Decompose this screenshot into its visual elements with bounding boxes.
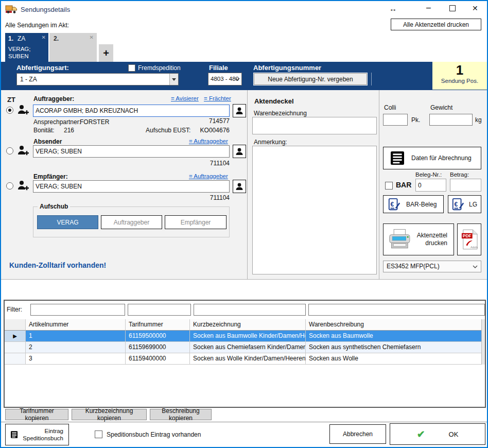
auftraggeber-input[interactable] — [33, 105, 230, 117]
articles-grid: Artikelnummer Tarifnummer Kurzbezeichnun… — [5, 319, 485, 365]
tab1-line2: SUBEN — [8, 53, 29, 59]
pdf-icon: PDF Adobe — [461, 229, 478, 250]
col-kurzbezeichnung[interactable]: Kurzbezeichnung — [190, 319, 306, 331]
tab1-type: ZA — [18, 35, 25, 42]
col-tarifnummer[interactable]: Tarifnummer — [126, 319, 190, 331]
auftraggeber-radio[interactable] — [6, 107, 13, 114]
col-warenbeschreibung[interactable]: Warenbeschreibung — [306, 319, 485, 331]
cell-warenbeschreibung[interactable]: Socken aus Wolle — [306, 353, 485, 365]
fremdspedition-label: Fremdspedition — [138, 64, 181, 72]
minimize-icon[interactable]: – — [426, 3, 431, 12]
filter-tarifnummer-input[interactable] — [128, 304, 191, 316]
colli-input[interactable] — [383, 114, 408, 126]
cancel-button[interactable]: Abbrechen — [329, 424, 386, 444]
empfaenger-contact-button[interactable] — [233, 180, 246, 193]
anmerkung-textarea[interactable] — [252, 146, 377, 274]
row-selector[interactable]: ▶ — [5, 331, 26, 342]
speditionsbuch-eintrag-button[interactable]: EintragSpeditionsbuch — [5, 424, 69, 445]
pdf-button[interactable]: PDF Adobe — [457, 223, 481, 255]
check-icon: ✔ — [417, 428, 425, 440]
filter-artikelnummer-input[interactable] — [30, 304, 125, 316]
absender-radio[interactable] — [6, 147, 13, 154]
copy-kurzbezeichnung-button[interactable]: Kurzbezeichnung kopieren — [72, 409, 147, 420]
fremdspedition-checkbox[interactable] — [128, 64, 135, 72]
auftraggeber-label: Auftraggeber: — [33, 95, 74, 102]
cell-tarifnummer[interactable]: 61159500000 — [126, 331, 190, 342]
aufschub-auftraggeber-button[interactable]: Auftraggeber — [101, 215, 162, 229]
gewicht-input[interactable] — [429, 114, 473, 126]
abfertigungsart-select[interactable]: 1 - ZA — [16, 73, 179, 85]
filter-kurzbezeichnung-input[interactable] — [194, 304, 306, 316]
col-artikelnummer[interactable]: Artikelnummer — [26, 319, 126, 331]
dropdown-arrow-icon[interactable] — [169, 74, 178, 85]
filiale-value: 4803 - 480 — [211, 76, 239, 82]
cell-artikelnummer[interactable]: 2 — [26, 342, 126, 353]
cell-kurzbezeichnung[interactable]: Socken aus Chemiefasern Kinder/Damen/Hee… — [190, 342, 306, 353]
new-abfertigung-nr-button[interactable]: Neue Abfertigung-Nr. vergeben — [253, 73, 368, 85]
speditionsbuch-button-label: EintragSpeditionsbuch — [23, 427, 65, 442]
resize-icon[interactable]: ↔ — [389, 4, 397, 13]
tab-shipment-1[interactable]: 1. ZA ✕ VERAG; SUBEN — [5, 33, 48, 62]
maximize-icon[interactable] — [449, 5, 456, 11]
filiale-select[interactable]: 4803 - 480 — [208, 73, 242, 85]
filiale-label: Filiale — [209, 64, 228, 72]
bar-checkbox[interactable] — [385, 182, 393, 189]
bar-label: BAR — [396, 181, 411, 189]
printer-select[interactable]: ES3452 MFP(PCL) — [383, 261, 481, 272]
cell-kurzbezeichnung[interactable]: Socken aus Baumwolle Kinder/Damen/Herren — [190, 331, 306, 342]
cell-warenbeschreibung[interactable]: Socken aus Baumwolle — [306, 331, 485, 342]
bonitaet-value: 216 — [64, 127, 74, 134]
table-row[interactable]: 2 61159699000 Socken aus Chemiefasern Ki… — [5, 342, 485, 353]
add-person-icon[interactable] — [16, 144, 29, 159]
cell-artikelnummer[interactable]: 3 — [26, 353, 126, 365]
absender-input[interactable] — [33, 145, 230, 158]
table-row[interactable]: ▶ 1 61159500000 Socken aus Baumwolle Kin… — [5, 331, 485, 342]
cell-tarifnummer[interactable]: 61159699000 — [126, 342, 190, 353]
table-scrollbar[interactable] — [481, 319, 485, 365]
row-selector[interactable] — [5, 353, 26, 365]
articles-section: Filter: Artikelnummer Tarifnummer Kurzbe… — [4, 300, 486, 408]
document-lines-icon — [11, 428, 18, 441]
beleg-nr-label: Beleg-Nr.: — [415, 171, 442, 178]
copy-tarifnummer-button[interactable]: Tarifnummer kopieren — [5, 409, 68, 420]
betrag-input[interactable] — [450, 179, 481, 192]
absender-contact-button[interactable] — [233, 145, 246, 158]
speditionsbuch-checkbox[interactable] — [95, 430, 102, 438]
table-row[interactable]: 3 61159400000 Socken aus Wolle Kinder/Da… — [5, 353, 485, 365]
pk-label: Pk. — [411, 116, 420, 124]
tab2-close-icon[interactable]: ✕ — [90, 35, 94, 40]
tab-shipment-2[interactable]: 2. ✕ — [49, 33, 97, 62]
add-person-icon[interactable] — [16, 104, 29, 118]
empfaenger-input[interactable] — [33, 180, 230, 193]
link-fraechter[interactable]: = Frächter — [204, 95, 231, 101]
cell-tarifnummer[interactable]: 61159400000 — [126, 353, 190, 365]
print-all-aktenzettel-button[interactable]: Alle Aktenzettel drucken — [391, 19, 481, 30]
add-tab-button[interactable]: + — [99, 44, 113, 62]
cell-warenbeschreibung[interactable]: Socken aus synthetischen Chemiefasern — [306, 342, 485, 353]
aufschub-verag-button[interactable]: VERAG — [37, 215, 98, 229]
tab1-close-icon[interactable]: ✕ — [42, 35, 46, 40]
aufschub-empfaenger-button[interactable]: Empfänger — [165, 215, 226, 229]
warenbezeichnung-label: Warenbezeichnung — [254, 110, 307, 117]
close-icon[interactable]: ✕ — [472, 4, 478, 12]
add-person-icon[interactable] — [16, 179, 29, 194]
filter-warenbeschreibung-input[interactable] — [308, 304, 485, 316]
empfaenger-radio[interactable] — [6, 182, 13, 189]
row-selector[interactable] — [5, 342, 26, 353]
link-empfaenger-auftraggeber[interactable]: = Auftraggeber — [189, 173, 228, 179]
footer-divider — [1, 422, 487, 422]
lg-button[interactable]: € LG — [448, 195, 481, 213]
abrechnung-button[interactable]: Daten für Abrechnung — [383, 147, 481, 169]
position-label: Sendung Pos. — [432, 78, 487, 84]
warenbezeichnung-input[interactable] — [252, 117, 377, 134]
aktenzettel-drucken-button[interactable]: Aktenzetteldrucken — [383, 223, 454, 255]
beleg-nr-input[interactable] — [415, 179, 446, 192]
link-avisierer[interactable]: = Avisierer — [171, 95, 199, 101]
link-absender-auftraggeber[interactable]: = Auftraggeber — [189, 138, 228, 144]
cell-artikelnummer[interactable]: 1 — [26, 331, 126, 342]
bar-beleg-button[interactable]: € BAR-Beleg — [383, 195, 444, 213]
auftraggeber-contact-button[interactable] — [233, 104, 246, 117]
cell-kurzbezeichnung[interactable]: Socken aus Wolle Kinder/Damen/Heeren — [190, 353, 306, 365]
copy-beschreibung-button[interactable]: Beschreibung kopieren — [150, 409, 212, 420]
ok-button[interactable]: ✔ OK — [390, 423, 485, 445]
